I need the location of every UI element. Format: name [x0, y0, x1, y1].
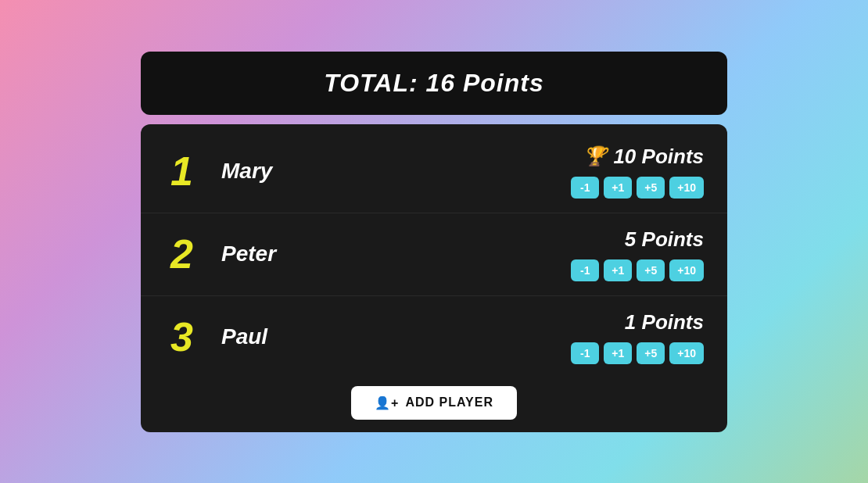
total-bar: TOTAL: 16 Points: [141, 52, 727, 115]
scoreboard: 1Mary🏆10 Points-1+1+5+102Peter5 Points-1…: [141, 124, 727, 432]
player-name: Paul: [221, 324, 267, 349]
points-text: 10 Points: [613, 145, 704, 169]
add-player-icon: 👤+: [375, 395, 399, 410]
trophy-icon: 🏆: [583, 145, 607, 167]
add-player-button[interactable]: 👤+ ADD PLAYER: [351, 386, 517, 420]
player-rank: 2: [164, 231, 199, 277]
score-adjust-button[interactable]: +5: [637, 342, 665, 364]
points-text: 5 Points: [625, 227, 704, 252]
main-container: TOTAL: 16 Points 1Mary🏆10 Points-1+1+5+1…: [141, 52, 727, 432]
points-text: 1 Points: [625, 310, 704, 335]
score-adjust-button[interactable]: +10: [669, 342, 704, 364]
score-label: 5 Points: [625, 227, 704, 252]
add-player-row: 👤+ ADD PLAYER: [141, 378, 727, 420]
player-row: 3Paul1 Points-1+1+5+10: [141, 296, 727, 378]
score-adjust-button[interactable]: +10: [669, 259, 704, 281]
player-rank: 1: [164, 148, 199, 195]
score-adjust-button[interactable]: +1: [604, 177, 632, 199]
player-row: 1Mary🏆10 Points-1+1+5+10: [141, 131, 727, 213]
score-label: 1 Points: [625, 310, 704, 335]
score-adjust-button[interactable]: +5: [637, 177, 665, 199]
score-adjust-button[interactable]: -1: [571, 259, 599, 281]
score-adjust-button[interactable]: +10: [669, 177, 704, 199]
total-label: TOTAL: 16 Points: [324, 69, 544, 97]
score-adjust-button[interactable]: +5: [637, 259, 665, 281]
player-name: Mary: [221, 159, 272, 184]
score-adjust-button[interactable]: +1: [604, 342, 632, 364]
score-adjust-button[interactable]: -1: [571, 342, 599, 364]
player-rank: 3: [164, 313, 199, 360]
add-player-label: ADD PLAYER: [405, 395, 493, 410]
player-row: 2Peter5 Points-1+1+5+10: [141, 213, 727, 296]
player-name: Peter: [221, 242, 276, 267]
score-adjust-button[interactable]: -1: [571, 177, 599, 199]
score-adjust-button[interactable]: +1: [604, 259, 632, 281]
score-label: 🏆10 Points: [583, 145, 704, 169]
